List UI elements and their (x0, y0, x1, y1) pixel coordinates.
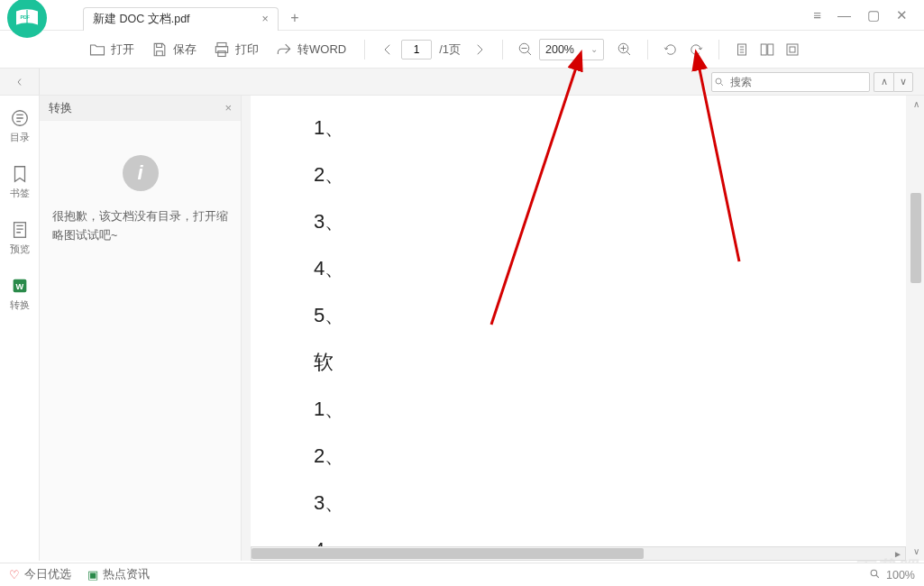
document-line: 软 (314, 339, 843, 386)
document-line: 4、 (314, 526, 843, 546)
close-tab-icon[interactable]: × (262, 13, 269, 25)
next-page-button[interactable] (468, 38, 491, 61)
h-scroll-thumb[interactable] (252, 548, 644, 559)
document-page: 1、2、3、4、5、软1、2、3、4、 (251, 96, 906, 546)
document-line: 2、 (314, 433, 843, 480)
chevron-down-icon: ⌄ (590, 44, 598, 54)
sidebar-preview-button[interactable]: 预览 (0, 216, 39, 260)
collapse-sidebar-button[interactable] (0, 69, 40, 95)
menu-icon[interactable]: ≡ (813, 7, 821, 23)
panel-title: 转换 (49, 100, 72, 116)
document-line: 5、 (314, 292, 843, 339)
rotate-right-button[interactable] (684, 38, 708, 61)
fit-page-button[interactable] (781, 38, 804, 61)
side-panel: 转换 × i 很抱歉，该文档没有目录，打开缩略图试试吧~ (40, 96, 242, 561)
document-line: 2、 (314, 151, 843, 198)
info-icon: i (123, 155, 159, 191)
svg-rect-10 (790, 47, 795, 52)
maximize-icon[interactable]: ▢ (867, 7, 880, 23)
scroll-up-icon[interactable]: ∧ (910, 97, 922, 110)
svg-point-11 (716, 78, 721, 84)
svg-rect-13 (14, 223, 25, 238)
prev-page-button[interactable] (376, 38, 399, 61)
horizontal-scrollbar[interactable]: ◄ ► (251, 546, 906, 561)
document-line: 1、 (314, 105, 843, 151)
svg-rect-9 (787, 44, 798, 55)
app-logo: PDF (7, 0, 47, 38)
page-total: /1页 (439, 41, 461, 58)
to-word-button[interactable]: 转WORD (268, 37, 353, 62)
page-input[interactable] (401, 40, 432, 60)
search-next-button[interactable]: ∨ (893, 72, 913, 92)
two-page-button[interactable] (755, 38, 779, 61)
today-picks-button[interactable]: ♡ 今日优选 (9, 567, 71, 582)
zoom-status-icon[interactable] (869, 568, 881, 582)
vertical-scrollbar[interactable]: ∧ ∨ (910, 97, 922, 557)
gift-icon: ♡ (9, 568, 20, 581)
v-scroll-thumb[interactable] (910, 193, 921, 283)
sidebar-bookmark-button[interactable]: 书签 (0, 160, 39, 204)
document-line: 3、 (314, 198, 843, 245)
open-button[interactable]: 打开 (81, 37, 142, 62)
search-box[interactable] (711, 72, 870, 92)
print-icon (213, 41, 231, 59)
svg-point-18 (871, 570, 877, 576)
search-input[interactable] (727, 76, 869, 88)
document-tab[interactable]: 新建 DOC 文档.pdf × (83, 7, 279, 31)
panel-close-icon[interactable]: × (224, 101, 232, 114)
save-icon (151, 41, 169, 59)
zoom-select[interactable]: 200% ⌄ (539, 39, 604, 60)
folder-icon (88, 41, 106, 59)
panel-message: 很抱歉，该文档没有目录，打开缩略图试试吧~ (52, 207, 228, 246)
svg-rect-1 (217, 42, 226, 46)
tab-title: 新建 DOC 文档.pdf (93, 12, 190, 27)
svg-text:PDF: PDF (21, 14, 31, 19)
document-line: 1、 (314, 386, 843, 433)
svg-rect-3 (218, 50, 225, 56)
rotate-left-button[interactable] (659, 38, 682, 61)
minimize-icon[interactable]: — (837, 7, 851, 23)
save-button[interactable]: 保存 (143, 37, 204, 62)
print-button[interactable]: 打印 (206, 37, 266, 62)
svg-text:W: W (15, 282, 23, 291)
sidebar-convert-button[interactable]: W 转换 (0, 272, 39, 316)
document-line: 4、 (314, 245, 843, 292)
single-page-button[interactable] (730, 38, 754, 61)
zoom-out-button[interactable] (514, 38, 537, 61)
new-tab-button[interactable]: + (286, 9, 304, 27)
close-window-icon[interactable]: ✕ (896, 7, 908, 23)
svg-rect-7 (761, 44, 766, 55)
search-prev-button[interactable]: ∧ (874, 72, 893, 92)
share-icon (275, 41, 293, 59)
zoom-status-value: 100% (886, 569, 915, 581)
sidebar-toc-button[interactable]: 目录 (0, 105, 39, 148)
news-icon: ▣ (87, 568, 98, 581)
svg-rect-8 (768, 44, 773, 55)
document-line: 3、 (314, 480, 843, 526)
zoom-in-button[interactable] (613, 38, 636, 61)
search-icon (712, 77, 727, 87)
hot-news-button[interactable]: ▣ 热点资讯 (87, 567, 150, 582)
